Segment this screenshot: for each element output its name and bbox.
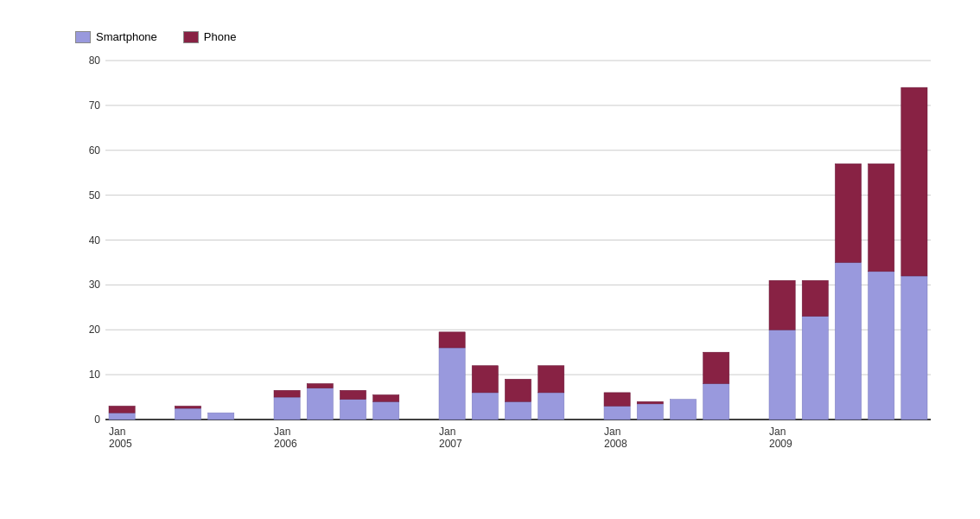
svg-text:Jan: Jan [274, 426, 290, 438]
svg-rect-52 [835, 163, 861, 262]
svg-rect-36 [505, 401, 531, 420]
svg-rect-32 [439, 348, 465, 420]
svg-text:Jan: Jan [109, 426, 125, 438]
svg-rect-29 [340, 390, 366, 399]
smartphone-swatch [75, 31, 91, 43]
svg-rect-31 [373, 394, 399, 401]
svg-rect-22 [175, 406, 200, 408]
svg-rect-20 [109, 406, 135, 413]
svg-rect-24 [274, 397, 300, 420]
svg-rect-35 [472, 366, 498, 393]
smartphone-label: Smartphone [96, 30, 157, 43]
chart-legend: Smartphone Phone [67, 30, 948, 43]
svg-rect-56 [901, 87, 927, 276]
svg-rect-54 [869, 163, 894, 272]
svg-rect-47 [769, 330, 795, 420]
svg-text:10: 10 [89, 368, 101, 381]
legend-phone: Phone [183, 30, 237, 43]
svg-text:2008: 2008 [604, 438, 627, 450]
svg-rect-46 [703, 352, 729, 383]
svg-rect-23 [208, 413, 234, 420]
chart-container: Smartphone Phone 01020304050607080Jan200… [15, 13, 965, 506]
svg-text:0: 0 [94, 413, 100, 426]
phone-swatch [183, 31, 199, 43]
svg-text:30: 30 [89, 279, 101, 291]
svg-rect-53 [869, 272, 894, 420]
svg-rect-50 [802, 280, 828, 317]
svg-rect-40 [604, 406, 630, 420]
svg-rect-42 [637, 404, 663, 420]
svg-text:2006: 2006 [274, 438, 297, 450]
svg-text:Jan: Jan [439, 426, 455, 438]
svg-text:2005: 2005 [109, 438, 132, 450]
svg-rect-43 [637, 401, 663, 404]
svg-text:80: 80 [89, 54, 101, 67]
svg-rect-33 [439, 332, 465, 348]
svg-text:40: 40 [89, 234, 101, 247]
svg-rect-44 [670, 400, 696, 420]
svg-rect-19 [109, 413, 135, 420]
svg-rect-34 [472, 393, 498, 420]
svg-rect-38 [538, 393, 564, 420]
svg-rect-45 [703, 384, 729, 420]
svg-rect-48 [769, 280, 795, 330]
svg-text:2007: 2007 [439, 438, 462, 450]
svg-rect-55 [901, 276, 927, 420]
svg-rect-41 [604, 393, 630, 407]
svg-text:50: 50 [89, 189, 101, 202]
svg-rect-21 [175, 408, 200, 420]
svg-rect-25 [274, 390, 300, 397]
chart-area: 01020304050607080Jan2005Jan2006Jan2007Ja… [67, 52, 948, 470]
svg-text:70: 70 [89, 99, 101, 112]
legend-smartphone: Smartphone [75, 30, 157, 43]
svg-rect-30 [373, 401, 399, 420]
svg-rect-39 [538, 366, 564, 393]
svg-rect-28 [340, 400, 366, 420]
svg-text:20: 20 [89, 324, 101, 336]
svg-text:Jan: Jan [769, 426, 786, 438]
svg-rect-26 [307, 388, 333, 420]
svg-rect-51 [835, 262, 861, 420]
svg-text:Jan: Jan [604, 426, 620, 438]
svg-rect-37 [505, 379, 531, 401]
svg-text:60: 60 [89, 144, 101, 157]
chart-svg: 01020304050607080Jan2005Jan2006Jan2007Ja… [67, 52, 948, 467]
svg-rect-49 [802, 317, 828, 420]
svg-rect-27 [307, 384, 333, 388]
phone-label: Phone [204, 30, 237, 43]
svg-text:2009: 2009 [769, 438, 792, 450]
